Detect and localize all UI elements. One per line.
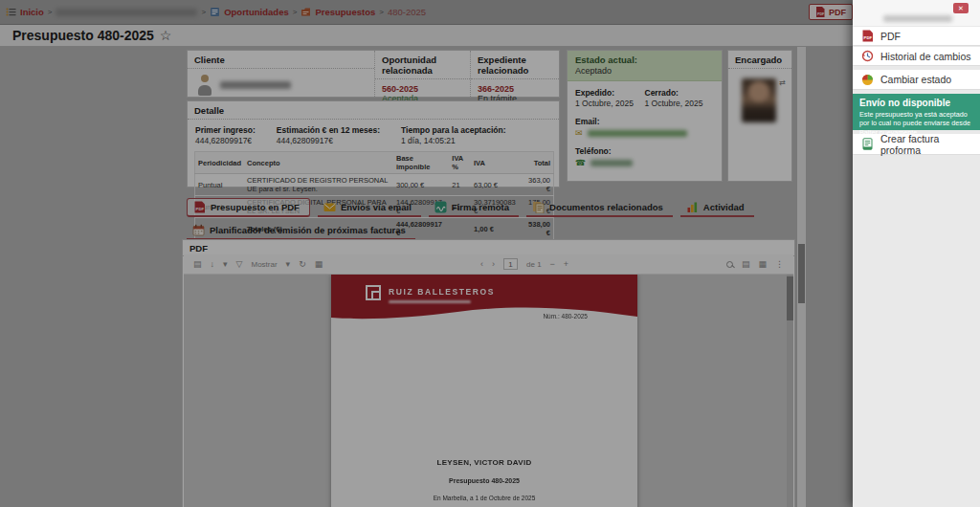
drawer-title-redacted [883, 15, 952, 22]
pdf-file-icon: PDF [861, 30, 874, 42]
notice-title: Envío no disponible [859, 98, 973, 108]
drawer-item-label: Historial de cambios [880, 51, 971, 62]
drawer-header: ✕ [853, 0, 980, 26]
drawer-item-label: Cambiar estado [880, 74, 951, 85]
drawer-item-pdf[interactable]: PDF PDF [853, 27, 980, 46]
proforma-invoice-icon [861, 138, 874, 150]
actions-drawer: ✕ PDF PDF Historial de cambios Cambiar e… [853, 0, 980, 507]
app-root: Inicio > > Oportunidades > Presupuestos … [0, 0, 980, 507]
drawer-item-change-state[interactable]: Cambiar estado [853, 70, 980, 90]
drawer-item-label: PDF [880, 31, 901, 42]
history-icon [861, 50, 874, 62]
change-state-icon [861, 74, 874, 86]
send-unavailable-notice: Envío no disponible Este presupuesto ya … [853, 94, 980, 130]
drawer-item-label: Crear factura proforma [880, 133, 980, 156]
drawer-item-create-proforma[interactable]: Crear factura proforma [853, 134, 980, 155]
drawer-item-history[interactable]: Historial de cambios [853, 47, 980, 66]
close-icon[interactable]: ✕ [953, 3, 969, 13]
svg-text:PDF: PDF [864, 35, 873, 40]
dim-overlay [0, 0, 980, 507]
